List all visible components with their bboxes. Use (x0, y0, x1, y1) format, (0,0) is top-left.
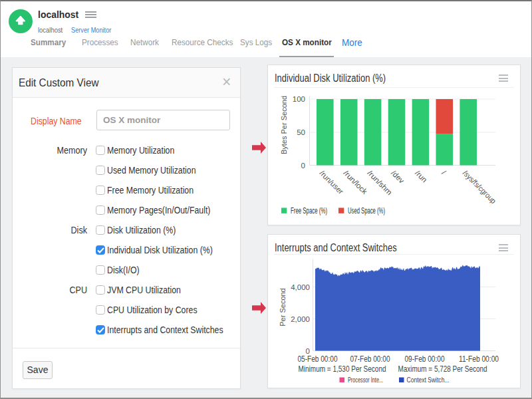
svg-text:Per Second: Per Second (279, 288, 287, 326)
svg-text:09-Feb 00:00: 09-Feb 00:00 (405, 354, 445, 364)
svg-text:Bytes Per Second: Bytes Per Second (280, 96, 288, 154)
svg-text:0: 0 (306, 347, 310, 355)
svg-text:/dev: /dev (390, 169, 406, 185)
svg-text:/run/shm: /run/shm (366, 169, 394, 197)
svg-text:Free Space (%): Free Space (%) (291, 206, 327, 215)
svg-text:/run: /run (414, 169, 429, 184)
svg-text:/sys/fs/cgroup: /sys/fs/cgroup (462, 169, 497, 205)
svg-text:Minimum = 1,530 Per Second: Minimum = 1,530 Per Second (299, 364, 386, 374)
svg-text:0: 0 (301, 162, 305, 170)
svg-text:/: / (440, 169, 448, 176)
svg-text:Processor Inte...: Processor Inte... (348, 376, 383, 384)
svg-text:50: 50 (297, 128, 305, 136)
svg-text:Context Switch...: Context Switch... (407, 376, 450, 384)
svg-text:11-Feb 00:00: 11-Feb 00:00 (459, 354, 499, 364)
svg-text:/run/lock: /run/lock (342, 169, 368, 196)
svg-text:2,000: 2,000 (291, 315, 310, 323)
svg-text:Used Space (%): Used Space (%) (348, 206, 385, 215)
svg-text:100: 100 (293, 95, 305, 103)
svg-text:Maximum = 5,728 Per Second: Maximum = 5,728 Per Second (398, 364, 487, 374)
svg-text:4,000: 4,000 (291, 283, 310, 291)
svg-text:/run/user: /run/user (318, 169, 344, 196)
svg-text:05-Feb 00:00: 05-Feb 00:00 (298, 354, 338, 364)
svg-text:07-Feb 00:00: 07-Feb 00:00 (350, 354, 390, 364)
